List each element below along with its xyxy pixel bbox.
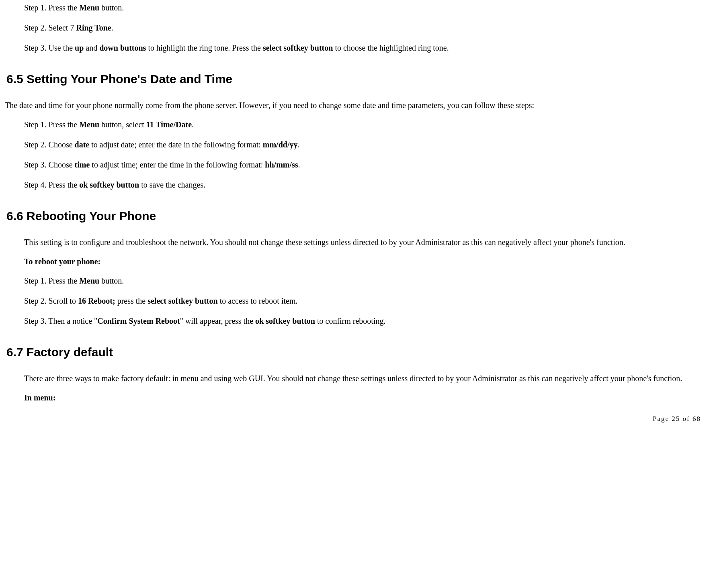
- step-text: .: [298, 160, 300, 169]
- step-item: Step 4. Press the ok softkey button to s…: [4, 177, 709, 192]
- step-text: Step 2. Choose: [24, 140, 75, 149]
- step-item: Step 1. Press the Menu button.: [4, 273, 709, 288]
- subheading: In menu:: [4, 390, 709, 405]
- step-text: " will appear, press the: [180, 316, 255, 325]
- step-text: button, select: [99, 120, 146, 129]
- step-text: Step 3. Use the: [24, 43, 75, 52]
- bold-text: select softkey button: [148, 296, 217, 305]
- step-item: Step 2. Choose date to adjust date; ente…: [4, 137, 709, 152]
- step-text: Step 4. Press the: [24, 180, 79, 189]
- bold-text: ok softkey button: [79, 180, 139, 189]
- step-text: to adjust time; enter the time in the fo…: [90, 160, 265, 169]
- step-item: Step 1. Press the Menu button.: [4, 0, 709, 15]
- bold-text: Menu: [79, 276, 99, 285]
- paragraph: There are three ways to make factory def…: [4, 371, 709, 386]
- step-text: Step 2. Scroll to: [24, 296, 78, 305]
- step-text: to highlight the ring tone. Press the: [146, 43, 263, 52]
- step-text: to choose the highlighted ring tone.: [333, 43, 449, 52]
- step-text: button.: [99, 3, 124, 12]
- bold-text: down buttons: [99, 43, 146, 52]
- bold-text: date: [75, 140, 90, 149]
- bold-text: time: [75, 160, 90, 169]
- step-item: Step 3. Use the up and down buttons to h…: [4, 40, 709, 55]
- bold-text: 11 Time/Date: [146, 120, 192, 129]
- bold-text: Menu: [79, 120, 99, 129]
- paragraph: The date and time for your phone normall…: [4, 98, 709, 113]
- step-text: Step 1. Press the: [24, 276, 79, 285]
- step-item: Step 1. Press the Menu button, select 11…: [4, 117, 709, 132]
- step-text: button.: [99, 276, 124, 285]
- bold-text: Confirm System Reboot: [97, 316, 180, 325]
- step-text: Step 1. Press the: [24, 3, 79, 12]
- step-text: Step 3. Choose: [24, 160, 75, 169]
- step-text: to confirm rebooting.: [315, 316, 386, 325]
- step-text: to adjust date; enter the date in the fo…: [89, 140, 263, 149]
- bold-text: 16 Reboot;: [78, 296, 115, 305]
- step-text: to access to reboot item.: [218, 296, 298, 305]
- paragraph: This setting is to configure and trouble…: [4, 235, 709, 250]
- bold-text: up: [75, 43, 84, 52]
- step-item: Step 2. Select 7 Ring Tone.: [4, 20, 709, 35]
- step-text: Step 1. Press the: [24, 120, 79, 129]
- bold-text: hh/mm/ss: [265, 160, 298, 169]
- bold-text: Ring Tone: [76, 23, 111, 32]
- step-text: Step 2. Select 7: [24, 23, 76, 32]
- section-heading-6-7: 6.7 Factory default: [4, 341, 709, 363]
- step-text: to save the changes.: [139, 180, 205, 189]
- step-text: press the: [115, 296, 148, 305]
- step-text: .: [192, 120, 194, 129]
- bold-text: Menu: [79, 3, 99, 12]
- page-footer: Page 25 of 68: [653, 412, 701, 425]
- step-text: .: [297, 140, 299, 149]
- section-heading-6-6: 6.6 Rebooting Your Phone: [4, 204, 709, 227]
- document-page: Step 1. Press the Menu button. Step 2. S…: [0, 0, 713, 433]
- step-text: Step 3. Then a notice ": [24, 316, 97, 325]
- section-heading-6-5: 6.5 Setting Your Phone's Date and Time: [4, 67, 709, 90]
- bold-text: mm/dd/yy: [263, 140, 298, 149]
- step-text: and: [84, 43, 99, 52]
- step-item: Step 3. Choose time to adjust time; ente…: [4, 157, 709, 172]
- step-item: Step 3. Then a notice "Confirm System Re…: [4, 313, 709, 329]
- bold-text: select softkey button: [263, 43, 333, 52]
- step-item: Step 2. Scroll to 16 Reboot; press the s…: [4, 293, 709, 308]
- bold-text: ok softkey button: [255, 316, 315, 325]
- subheading: To reboot your phone:: [4, 254, 709, 269]
- step-text: .: [111, 23, 113, 32]
